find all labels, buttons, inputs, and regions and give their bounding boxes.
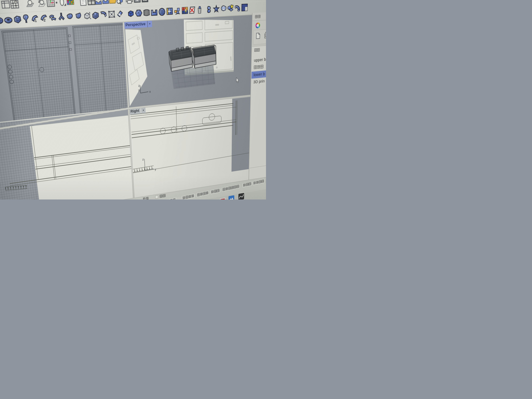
- cjk-glyph: [260, 65, 263, 68]
- nurbs-torus-icon[interactable]: [3, 15, 13, 25]
- taskbar-icon-dark-app[interactable]: [238, 193, 244, 200]
- pipe-bend-icon[interactable]: [234, 4, 241, 13]
- cjk-glyph: [206, 191, 209, 195]
- chevron-down-icon[interactable]: ▼: [141, 108, 146, 114]
- cjk-glyph: [226, 187, 228, 190]
- copy-layer-icon[interactable]: [264, 32, 266, 38]
- cjk-glyph: [191, 194, 194, 197]
- gem-stone-icon[interactable]: [220, 4, 227, 13]
- viewport-split-icon[interactable]: [0, 0, 11, 10]
- printer-icon[interactable]: [125, 0, 133, 4]
- cjk-glyph: [254, 49, 257, 52]
- cjk-glyph: [200, 192, 203, 196]
- cjk-glyph: [146, 197, 149, 200]
- viewport-front[interactable]: [0, 109, 133, 200]
- star-polygon-icon[interactable]: [213, 5, 220, 14]
- cjk-glyph: [160, 195, 162, 198]
- osnap-item-projection[interactable]: [143, 196, 149, 200]
- cjk-glyph: [257, 65, 260, 69]
- bent-ribbon-icon[interactable]: [99, 10, 108, 20]
- goblet-surface-icon[interactable]: [21, 14, 31, 24]
- cjk-glyph: [258, 15, 260, 18]
- bridge-surface-icon[interactable]: [150, 8, 158, 17]
- toolbar-row-1: 21: [0, 0, 266, 1]
- zebra-surface-icon[interactable]: [142, 8, 151, 17]
- magnifier-cylinder-icon[interactable]: [116, 0, 124, 5]
- cage-box-arrows-icon[interactable]: [82, 11, 91, 21]
- block-stack-icon[interactable]: [227, 4, 234, 13]
- cjk-glyph: [211, 190, 214, 193]
- cjk-glyph: [228, 187, 231, 190]
- surface-wave-icon[interactable]: [94, 0, 103, 6]
- notch-profile-mark: [70, 48, 72, 51]
- cjk-glyph: [256, 181, 259, 184]
- layer-list: upper blower b3D prin: [249, 45, 266, 186]
- sketch-mark-ooo: ooo: [215, 23, 219, 26]
- trash-can-icon[interactable]: [196, 5, 203, 14]
- cjk-glyph: [231, 186, 234, 189]
- photo-of-screen: 21 12: [0, 0, 266, 200]
- layer-list-column-header: [252, 47, 266, 53]
- blue-cube-icon[interactable]: [127, 9, 135, 18]
- grid-sphere-icon[interactable]: [158, 7, 166, 17]
- color-quilt-icon[interactable]: [181, 6, 189, 15]
- two-spheres-icon[interactable]: 2: [37, 0, 46, 8]
- curve-patch-icon[interactable]: [48, 13, 57, 22]
- cjk-glyph: [246, 183, 248, 186]
- layers-panel-title: [255, 14, 261, 19]
- chevron-down-icon[interactable]: ▼: [147, 21, 152, 27]
- scoop-surface-icon[interactable]: [65, 12, 75, 21]
- mouse-cursor: [236, 77, 240, 84]
- model-box-a[interactable]: [169, 46, 192, 72]
- scoop-surface-flip-icon[interactable]: [74, 11, 83, 21]
- model-box-b[interactable]: [192, 45, 216, 69]
- list-panel-icon[interactable]: [141, 0, 149, 4]
- cjk-glyph: [253, 181, 256, 184]
- new-layer-icon[interactable]: [256, 33, 260, 39]
- cjk-glyph: [170, 199, 173, 200]
- one-viewport-icon[interactable]: 1: [133, 0, 141, 4]
- reference-image-front: [30, 116, 133, 200]
- color-swatches-icon[interactable]: [66, 0, 75, 7]
- grid-snap-options-icon[interactable]: [10, 0, 20, 10]
- cjk-glyph: [217, 189, 219, 192]
- wireframe-box-2-top-view[interactable]: [72, 23, 128, 116]
- y-branch-tube-icon[interactable]: [57, 12, 66, 22]
- dome-arc-1-icon[interactable]: 1: [30, 13, 40, 24]
- layer-row-1[interactable]: upper b: [252, 55, 266, 64]
- dark-grid-panel-icon[interactable]: [241, 3, 248, 12]
- dome-arc-2-icon[interactable]: 2: [39, 13, 49, 23]
- svg-text:1: 1: [35, 18, 37, 23]
- color-wheel-icon[interactable]: [255, 22, 260, 29]
- ellipse-corner-icon[interactable]: [57, 0, 67, 7]
- quilt-cube-icon[interactable]: [91, 10, 100, 20]
- taskbar-icon-blue-app[interactable]: [228, 195, 234, 200]
- cjk-glyph: [261, 180, 264, 183]
- cjk-glyph: [163, 194, 165, 197]
- open-folder-icon[interactable]: [108, 0, 117, 5]
- cjk-glyph: [243, 184, 246, 187]
- cjk-glyph: [255, 15, 258, 18]
- cjk-glyph: [214, 190, 216, 193]
- delete-x-plane-icon[interactable]: [189, 6, 196, 15]
- control-point-box-icon[interactable]: [108, 10, 116, 19]
- new-document-icon[interactable]: [79, 0, 88, 6]
- sphere-on-plane-icon[interactable]: [25, 0, 35, 9]
- panel-arrow-icon[interactable]: [166, 7, 173, 16]
- hex-gem-icon[interactable]: [135, 8, 143, 18]
- osnap-disable-label[interactable]: [159, 194, 166, 199]
- cjk-glyph: [257, 48, 260, 51]
- bowtie-surface-icon[interactable]: [205, 5, 213, 14]
- viewport-perspective[interactable]: ooo oooo 000: [124, 15, 252, 108]
- cjk-glyph: [254, 65, 257, 69]
- osnap-disable-checkbox[interactable]: [155, 195, 158, 199]
- viewport-top[interactable]: [0, 22, 128, 124]
- soft-cube-icon[interactable]: [12, 14, 22, 24]
- taskbar-icon-red-app[interactable]: Z: [220, 197, 226, 200]
- cjk-glyph: [259, 180, 261, 183]
- hand-blocks-icon[interactable]: [173, 6, 181, 16]
- eraser-icon[interactable]: [116, 9, 124, 19]
- red-app-glyph: Z: [221, 198, 225, 200]
- reference-image-plane-slim: [125, 28, 149, 107]
- axis-label-z: z: [138, 84, 140, 88]
